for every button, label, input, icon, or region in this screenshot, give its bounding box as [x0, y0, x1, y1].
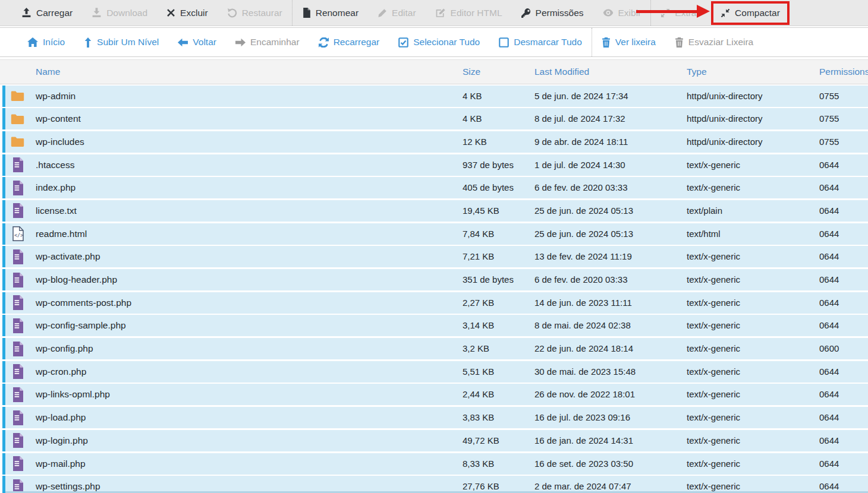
file-name-cell: wp-comments-post.php: [5, 292, 463, 314]
file-html-icon: </>: [11, 226, 25, 241]
column-header-modified[interactable]: Last Modified: [534, 60, 687, 84]
file-permissions: 0644: [819, 361, 868, 383]
file-row-wp-content[interactable]: wp-content4 KB8 de jul. de 2024 17:32htt…: [2, 108, 868, 129]
folder-icon: [11, 136, 25, 147]
file-size: 7,21 KB: [463, 246, 534, 267]
file-name[interactable]: wp-config-sample.php: [36, 315, 126, 336]
up-one-level-button[interactable]: Subir Um Nível: [74, 28, 168, 56]
file-row-license.txt[interactable]: license.txt19,45 KB25 de jun. de 2024 05…: [2, 200, 868, 222]
file-row-wp-config-sample.php[interactable]: wp-config-sample.php3,14 KB8 de mai. de …: [2, 315, 868, 336]
file-row-wp-load.php[interactable]: wp-load.php3,83 KB16 de jul. de 2023 09:…: [2, 407, 868, 428]
column-header-type[interactable]: Type: [687, 60, 819, 84]
file-name[interactable]: .htaccess: [36, 154, 74, 176]
file-name-cell: wp-admin: [5, 86, 463, 107]
deselect-all-icon: [499, 37, 509, 48]
file-permissions: 0644: [819, 453, 868, 475]
file-name-cell: wp-includes: [5, 131, 463, 153]
file-name[interactable]: wp-blog-header.php: [36, 269, 117, 290]
file-permissions: 0644: [819, 269, 868, 290]
restore-icon: [227, 8, 237, 18]
file-size: 351 de bytes: [463, 269, 534, 290]
reload-button[interactable]: Recarregar: [309, 28, 389, 56]
reload-button-label: Recarregar: [334, 37, 380, 48]
file-name[interactable]: wp-login.php: [36, 430, 88, 451]
file-row-wp-mail.php[interactable]: wp-mail.php8,33 KB16 de set. de 2023 03:…: [2, 453, 868, 475]
compress-button[interactable]: Compactar: [711, 1, 790, 25]
file-name[interactable]: wp-admin: [36, 86, 76, 107]
file-size: 405 de bytes: [463, 177, 534, 198]
file-row-.htaccess[interactable]: .htaccess937 de bytes1 de jul. de 2024 1…: [2, 154, 868, 176]
unselect-all-button[interactable]: Desmarcar Tudo: [489, 28, 592, 56]
file-row-index.php[interactable]: index.php405 de bytes6 de fev. de 2020 0…: [2, 177, 868, 198]
back-button-label: Voltar: [193, 37, 216, 48]
view-trash-button-label: Ver lixeira: [615, 37, 656, 48]
back-button[interactable]: Voltar: [168, 28, 226, 56]
column-header-permissions[interactable]: Permissions: [819, 60, 868, 84]
upload-icon: [21, 8, 32, 18]
file-name[interactable]: wp-settings.php: [36, 476, 100, 493]
file-name[interactable]: wp-content: [36, 108, 81, 129]
file-row-wp-login.php[interactable]: wp-login.php49,72 KB16 de jan. de 2024 1…: [2, 430, 868, 451]
file-size: 937 de bytes: [463, 154, 534, 176]
file-row-wp-cron.php[interactable]: wp-cron.php5,51 KB30 de mai. de 2023 15:…: [2, 361, 868, 383]
primary-toolbar: CarregarDownloadExcluirRestaurarRenomear…: [0, 0, 868, 26]
delete-button-label: Excluir: [180, 8, 208, 18]
forward-button-label: Encaminhar: [250, 37, 300, 48]
compress-icon: [721, 8, 730, 18]
file-row-wp-config.php[interactable]: wp-config.php3,2 KB22 de jun. de 2024 18…: [2, 338, 868, 359]
unselect-all-button-label: Desmarcar Tudo: [514, 37, 582, 48]
extract-button-label: Extrair: [675, 8, 702, 18]
file-name[interactable]: wp-load.php: [36, 407, 86, 428]
forward-button: Encaminhar: [226, 28, 309, 56]
file-name[interactable]: wp-includes: [36, 131, 84, 153]
home-button[interactable]: Início: [18, 28, 74, 56]
file-row-wp-links-opml.php[interactable]: wp-links-opml.php2,44 KB26 de nov. de 20…: [2, 384, 868, 405]
file-name[interactable]: wp-config.php: [36, 338, 93, 359]
file-name[interactable]: index.php: [36, 177, 76, 198]
edit-html-icon: [435, 8, 446, 18]
file-type: httpd/unix-directory: [687, 131, 819, 153]
file-permissions: 0644: [819, 476, 868, 493]
file-name[interactable]: readme.html: [36, 223, 87, 245]
file-text-icon: [11, 203, 25, 218]
file-row-readme.html[interactable]: </>readme.html7,84 KB25 de jun. de 2024 …: [2, 223, 868, 245]
file-type: text/x-generic: [687, 292, 819, 314]
compress-button-label: Compactar: [735, 8, 780, 18]
file-name[interactable]: wp-comments-post.php: [36, 292, 131, 314]
file-size: 27,76 KB: [463, 476, 534, 493]
file-row-wp-comments-post.php[interactable]: wp-comments-post.php2,27 KB14 de jun. de…: [2, 292, 868, 314]
file-permissions: 0755: [819, 86, 868, 107]
download-icon: [92, 8, 102, 18]
file-list: wp-admin4 KB5 de jun. de 2024 17:34httpd…: [0, 86, 868, 493]
delete-button[interactable]: Excluir: [157, 0, 218, 26]
file-row-wp-settings.php[interactable]: wp-settings.php27,76 KB2 de mar. de 2024…: [2, 476, 868, 493]
file-type: text/x-generic: [687, 338, 819, 359]
select-all-button[interactable]: Selecionar Tudo: [389, 28, 489, 56]
view-trash-button[interactable]: Ver lixeira: [592, 28, 665, 56]
file-size: 4 KB: [463, 108, 534, 129]
permissions-button[interactable]: Permissões: [512, 0, 593, 26]
select-all-icon: [398, 37, 408, 48]
file-name-cell: wp-mail.php: [5, 453, 463, 475]
file-size: 5,51 KB: [463, 361, 534, 383]
file-last-modified: 6 de fev. de 2020 03:33: [534, 177, 687, 198]
rename-button[interactable]: Renomear: [293, 0, 368, 26]
file-text-icon: [11, 157, 25, 172]
file-name[interactable]: wp-mail.php: [36, 453, 86, 475]
column-header-size[interactable]: Size: [463, 60, 534, 84]
file-name[interactable]: wp-links-opml.php: [36, 384, 110, 405]
file-last-modified: 6 de fev. de 2020 03:33: [534, 269, 687, 290]
upload-button[interactable]: Carregar: [12, 0, 82, 26]
file-text-icon: [11, 364, 25, 379]
file-name-cell: wp-content: [5, 108, 463, 129]
file-name[interactable]: wp-activate.php: [36, 246, 100, 267]
file-row-wp-activate.php[interactable]: wp-activate.php7,21 KB13 de fev. de 2024…: [2, 246, 868, 267]
file-name[interactable]: wp-cron.php: [36, 361, 86, 383]
file-row-wp-includes[interactable]: wp-includes12 KB9 de abr. de 2024 18:11h…: [2, 131, 868, 153]
html-editor-button: Editor HTML: [426, 0, 512, 26]
file-row-wp-blog-header.php[interactable]: wp-blog-header.php351 de bytes6 de fev. …: [2, 269, 868, 290]
column-header-name[interactable]: Name: [0, 60, 463, 84]
file-name[interactable]: license.txt: [36, 200, 77, 222]
file-row-wp-admin[interactable]: wp-admin4 KB5 de jun. de 2024 17:34httpd…: [2, 86, 868, 107]
edit-button-label: Editar: [392, 8, 416, 18]
